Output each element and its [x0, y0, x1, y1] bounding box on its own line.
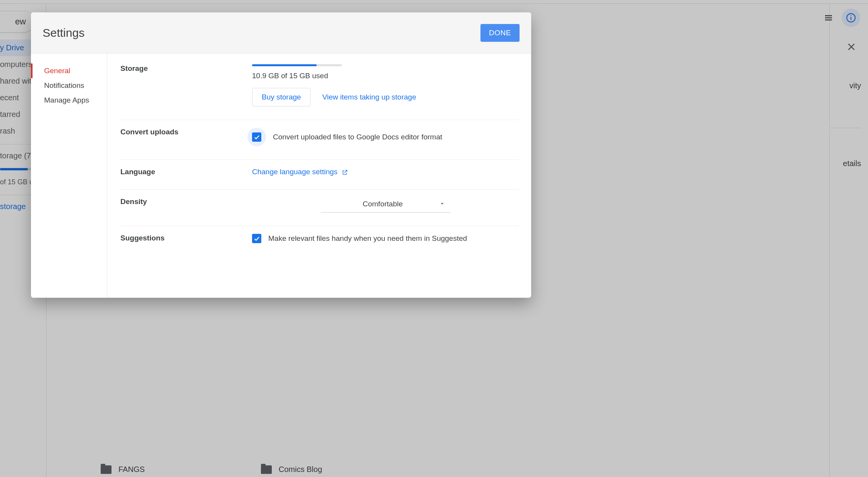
suggestions-checkbox[interactable] [252, 234, 261, 243]
language-label: Language [120, 168, 252, 176]
suggestions-label: Suggestions [120, 234, 252, 242]
density-dropdown[interactable]: Comfortable [321, 197, 450, 213]
modal-nav: General Notifications Manage Apps [31, 53, 107, 298]
nav-notifications[interactable]: Notifications [31, 78, 107, 93]
section-density: Density Comfortable [120, 190, 519, 226]
change-language-link[interactable]: Change language settings [252, 168, 348, 176]
convert-checkbox-halo [247, 128, 266, 146]
external-link-icon [342, 169, 348, 175]
change-language-text: Change language settings [252, 168, 338, 176]
check-icon [253, 134, 260, 141]
svg-marker-8 [441, 203, 444, 204]
done-button[interactable]: DONE [480, 24, 520, 42]
modal-title: Settings [43, 26, 84, 39]
convert-label: Convert uploads [120, 128, 252, 136]
view-items-link[interactable]: View items taking up storage [322, 93, 416, 101]
chevron-down-icon [439, 200, 445, 208]
storage-used-text: 10.9 GB of 15 GB used [252, 72, 519, 80]
check-icon [253, 235, 260, 242]
section-language: Language Change language settings [120, 160, 519, 190]
modal-header: Settings DONE [31, 12, 531, 53]
density-label: Density [120, 197, 252, 206]
suggestions-desc: Make relevant files handy when you need … [268, 234, 467, 243]
convert-checkbox[interactable] [252, 132, 261, 142]
density-value: Comfortable [326, 200, 439, 208]
settings-modal: Settings DONE General Notifications Mana… [31, 12, 531, 298]
storage-progress-fill [252, 64, 317, 66]
modal-content: Storage 10.9 GB of 15 GB used Buy storag… [107, 53, 531, 298]
storage-label: Storage [120, 64, 252, 73]
section-suggestions: Suggestions Make relevant files handy wh… [120, 226, 519, 256]
section-storage: Storage 10.9 GB of 15 GB used Buy storag… [120, 64, 519, 120]
convert-desc: Convert uploaded files to Google Docs ed… [273, 133, 442, 141]
buy-storage-button[interactable]: Buy storage [252, 88, 310, 106]
nav-general[interactable]: General [31, 63, 107, 78]
section-convert-uploads: Convert uploads Convert uploaded files t… [120, 120, 519, 160]
storage-progress-bar [252, 64, 342, 66]
nav-manage-apps[interactable]: Manage Apps [31, 93, 107, 108]
